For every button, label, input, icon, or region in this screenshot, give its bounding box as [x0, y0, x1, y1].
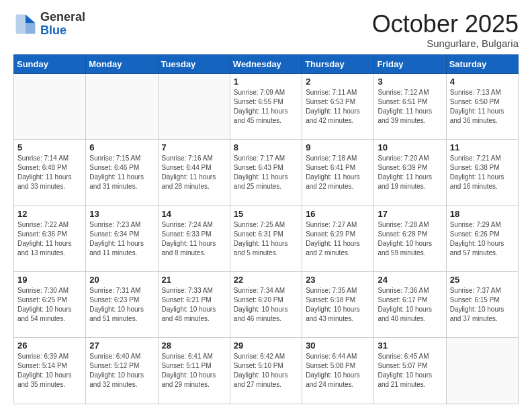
- day-number: 30: [306, 340, 370, 351]
- day-info: Sunrise: 7:21 AM Sunset: 6:38 PM Dayligh…: [450, 154, 515, 191]
- day-number: 15: [234, 209, 298, 219]
- day-number: 23: [306, 275, 370, 285]
- calendar-cell: 6Sunrise: 7:15 AM Sunset: 6:46 PM Daylig…: [86, 140, 158, 205]
- calendar-cell: 13Sunrise: 7:23 AM Sunset: 6:34 PM Dayli…: [86, 205, 158, 271]
- day-info: Sunrise: 7:09 AM Sunset: 6:55 PM Dayligh…: [234, 88, 298, 126]
- calendar-cell: 24Sunrise: 7:36 AM Sunset: 6:17 PM Dayli…: [374, 272, 446, 338]
- calendar-cell: 2Sunrise: 7:11 AM Sunset: 6:53 PM Daylig…: [302, 73, 374, 139]
- calendar-cell: 30Sunrise: 6:44 AM Sunset: 5:08 PM Dayli…: [302, 338, 374, 404]
- day-number: 2: [306, 77, 370, 87]
- calendar-cell: 15Sunrise: 7:25 AM Sunset: 6:31 PM Dayli…: [230, 205, 302, 271]
- day-info: Sunrise: 7:15 AM Sunset: 6:46 PM Dayligh…: [89, 154, 154, 191]
- calendar-cell: 19Sunrise: 7:30 AM Sunset: 6:25 PM Dayli…: [14, 272, 86, 338]
- calendar-cell: 26Sunrise: 6:39 AM Sunset: 5:14 PM Dayli…: [14, 338, 86, 404]
- day-info: Sunrise: 7:37 AM Sunset: 6:15 PM Dayligh…: [450, 286, 515, 324]
- calendar-cell: [86, 73, 158, 139]
- calendar-cell: 8Sunrise: 7:17 AM Sunset: 6:43 PM Daylig…: [230, 140, 302, 205]
- day-info: Sunrise: 7:33 AM Sunset: 6:21 PM Dayligh…: [162, 286, 226, 324]
- day-info: Sunrise: 6:42 AM Sunset: 5:10 PM Dayligh…: [234, 352, 298, 390]
- day-info: Sunrise: 6:44 AM Sunset: 5:08 PM Dayligh…: [306, 352, 370, 390]
- calendar-cell: 3Sunrise: 7:12 AM Sunset: 6:51 PM Daylig…: [374, 73, 446, 139]
- day-info: Sunrise: 7:27 AM Sunset: 6:29 PM Dayligh…: [306, 220, 370, 258]
- calendar-week-row: 19Sunrise: 7:30 AM Sunset: 6:25 PM Dayli…: [14, 272, 519, 338]
- page: General Blue October 2025 Sungurlare, Bu…: [0, 0, 532, 411]
- day-info: Sunrise: 7:36 AM Sunset: 6:17 PM Dayligh…: [378, 286, 442, 324]
- day-info: Sunrise: 7:12 AM Sunset: 6:51 PM Dayligh…: [378, 88, 442, 126]
- calendar-cell: 20Sunrise: 7:31 AM Sunset: 6:23 PM Dayli…: [86, 272, 158, 338]
- calendar-cell: 18Sunrise: 7:29 AM Sunset: 6:26 PM Dayli…: [446, 205, 518, 271]
- day-info: Sunrise: 7:34 AM Sunset: 6:20 PM Dayligh…: [234, 286, 298, 324]
- day-info: Sunrise: 7:18 AM Sunset: 6:41 PM Dayligh…: [306, 154, 370, 191]
- day-number: 27: [89, 340, 154, 351]
- calendar-cell: 23Sunrise: 7:35 AM Sunset: 6:18 PM Dayli…: [302, 272, 374, 338]
- day-number: 24: [378, 275, 442, 285]
- calendar-cell: 14Sunrise: 7:24 AM Sunset: 6:33 PM Dayli…: [158, 205, 230, 271]
- day-number: 12: [17, 209, 82, 219]
- day-info: Sunrise: 7:31 AM Sunset: 6:23 PM Dayligh…: [89, 286, 154, 324]
- day-number: 6: [89, 142, 154, 152]
- day-info: Sunrise: 7:11 AM Sunset: 6:53 PM Dayligh…: [306, 88, 370, 126]
- day-info: Sunrise: 7:20 AM Sunset: 6:39 PM Dayligh…: [378, 154, 442, 191]
- calendar-cell: 11Sunrise: 7:21 AM Sunset: 6:38 PM Dayli…: [446, 140, 518, 205]
- logo: General Blue: [13, 11, 85, 38]
- day-number: 4: [450, 77, 515, 87]
- day-info: Sunrise: 6:40 AM Sunset: 5:12 PM Dayligh…: [89, 352, 154, 390]
- calendar: SundayMondayTuesdayWednesdayThursdayFrid…: [13, 54, 519, 404]
- calendar-cell: 27Sunrise: 6:40 AM Sunset: 5:12 PM Dayli…: [86, 338, 158, 404]
- weekday-header: Saturday: [446, 54, 518, 73]
- day-number: 25: [450, 275, 515, 285]
- calendar-cell: 16Sunrise: 7:27 AM Sunset: 6:29 PM Dayli…: [302, 205, 374, 271]
- calendar-cell: 25Sunrise: 7:37 AM Sunset: 6:15 PM Dayli…: [446, 272, 518, 338]
- day-info: Sunrise: 6:41 AM Sunset: 5:11 PM Dayligh…: [162, 352, 226, 390]
- day-info: Sunrise: 6:45 AM Sunset: 5:07 PM Dayligh…: [378, 352, 442, 390]
- day-info: Sunrise: 7:23 AM Sunset: 6:34 PM Dayligh…: [89, 220, 154, 258]
- day-number: 22: [234, 275, 298, 285]
- weekday-header: Friday: [374, 54, 446, 73]
- day-number: 7: [162, 142, 226, 152]
- location-subtitle: Sungurlare, Bulgaria: [372, 38, 519, 49]
- logo-icon: [13, 12, 38, 36]
- calendar-cell: 28Sunrise: 6:41 AM Sunset: 5:11 PM Dayli…: [158, 338, 230, 404]
- logo-blue: Blue: [40, 24, 85, 38]
- calendar-cell: 29Sunrise: 6:42 AM Sunset: 5:10 PM Dayli…: [230, 338, 302, 404]
- day-info: Sunrise: 6:39 AM Sunset: 5:14 PM Dayligh…: [17, 352, 82, 390]
- calendar-week-row: 26Sunrise: 6:39 AM Sunset: 5:14 PM Dayli…: [14, 338, 519, 404]
- logo-text: General Blue: [40, 11, 85, 38]
- calendar-cell: 9Sunrise: 7:18 AM Sunset: 6:41 PM Daylig…: [302, 140, 374, 205]
- day-number: 10: [378, 142, 442, 152]
- day-number: 17: [378, 209, 442, 219]
- calendar-cell: 5Sunrise: 7:14 AM Sunset: 6:48 PM Daylig…: [14, 140, 86, 205]
- day-info: Sunrise: 7:29 AM Sunset: 6:26 PM Dayligh…: [450, 220, 515, 258]
- calendar-week-row: 1Sunrise: 7:09 AM Sunset: 6:55 PM Daylig…: [14, 73, 519, 139]
- calendar-cell: [14, 73, 86, 139]
- day-info: Sunrise: 7:17 AM Sunset: 6:43 PM Dayligh…: [234, 154, 298, 191]
- day-number: 18: [450, 209, 515, 219]
- day-number: 16: [306, 209, 370, 219]
- logo-general: General: [40, 11, 85, 24]
- day-info: Sunrise: 7:16 AM Sunset: 6:44 PM Dayligh…: [162, 154, 226, 191]
- calendar-cell: 1Sunrise: 7:09 AM Sunset: 6:55 PM Daylig…: [230, 73, 302, 139]
- svg-marker-0: [26, 14, 35, 23]
- month-title: October 2025: [372, 11, 519, 38]
- calendar-cell: 31Sunrise: 6:45 AM Sunset: 5:07 PM Dayli…: [374, 338, 446, 404]
- day-number: 13: [89, 209, 154, 219]
- calendar-cell: 4Sunrise: 7:13 AM Sunset: 6:50 PM Daylig…: [446, 73, 518, 139]
- calendar-cell: [158, 73, 230, 139]
- day-number: 26: [17, 340, 82, 351]
- day-number: 8: [234, 142, 298, 152]
- day-info: Sunrise: 7:28 AM Sunset: 6:28 PM Dayligh…: [378, 220, 442, 258]
- day-number: 9: [306, 142, 370, 152]
- day-number: 28: [162, 340, 226, 351]
- calendar-cell: 21Sunrise: 7:33 AM Sunset: 6:21 PM Dayli…: [158, 272, 230, 338]
- calendar-week-row: 12Sunrise: 7:22 AM Sunset: 6:36 PM Dayli…: [14, 205, 519, 271]
- day-number: 11: [450, 142, 515, 152]
- day-number: 1: [234, 77, 298, 87]
- day-info: Sunrise: 7:24 AM Sunset: 6:33 PM Dayligh…: [162, 220, 226, 258]
- weekday-header: Sunday: [14, 54, 86, 73]
- title-area: October 2025 Sungurlare, Bulgaria: [372, 11, 519, 49]
- calendar-cell: [446, 338, 518, 404]
- calendar-cell: 7Sunrise: 7:16 AM Sunset: 6:44 PM Daylig…: [158, 140, 230, 205]
- day-info: Sunrise: 7:30 AM Sunset: 6:25 PM Dayligh…: [17, 286, 82, 324]
- svg-rect-2: [16, 14, 26, 34]
- day-info: Sunrise: 7:35 AM Sunset: 6:18 PM Dayligh…: [306, 286, 370, 324]
